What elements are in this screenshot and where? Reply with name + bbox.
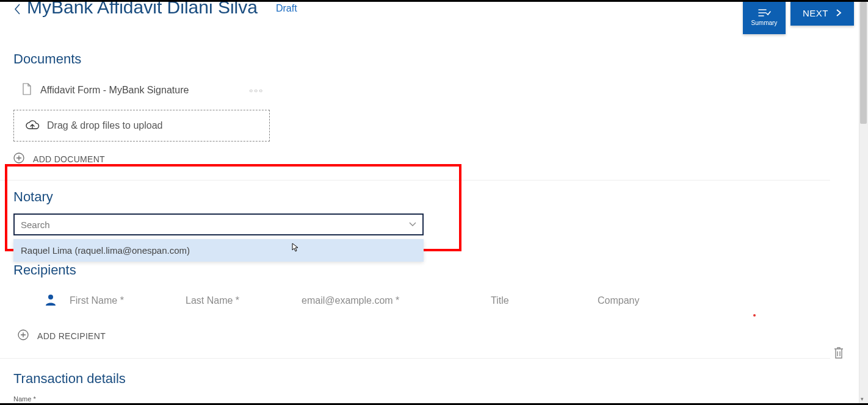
summary-label: Summary bbox=[751, 20, 778, 26]
notary-dropdown: Raquel Lima (raquel.lima@onespan.com) bbox=[13, 239, 424, 262]
cloud-upload-icon bbox=[25, 120, 40, 131]
scrollbar-down-icon[interactable]: ▾ bbox=[861, 396, 866, 402]
section-divider bbox=[0, 358, 830, 359]
file-icon bbox=[22, 83, 32, 98]
document-more-icon[interactable]: ○○○ bbox=[249, 87, 264, 94]
trash-icon[interactable] bbox=[833, 346, 845, 362]
person-icon bbox=[44, 293, 57, 309]
documents-heading: Documents bbox=[13, 51, 859, 67]
status-badge: Draft bbox=[276, 3, 297, 14]
scrollbar-thumb[interactable] bbox=[860, 2, 867, 124]
document-row[interactable]: Affidavit Form - MyBank Signature ○○○ bbox=[13, 78, 270, 102]
company-field[interactable]: Company bbox=[598, 295, 720, 306]
recipient-row: First Name * Last Name * email@example.c… bbox=[13, 293, 859, 309]
upload-dropzone[interactable]: Drag & drop files to upload bbox=[13, 110, 270, 142]
title-field[interactable]: Title bbox=[491, 295, 598, 306]
name-field-label: Name * bbox=[13, 395, 859, 403]
plus-circle-icon bbox=[13, 152, 24, 165]
notary-heading: Notary bbox=[13, 189, 859, 205]
red-dot-indicator bbox=[753, 314, 756, 317]
document-name: Affidavit Form - MyBank Signature bbox=[40, 85, 189, 96]
dropzone-hint: Drag & drop files to upload bbox=[47, 120, 162, 131]
last-name-field[interactable]: Last Name * bbox=[186, 295, 302, 306]
notary-option-label: Raquel Lima (raquel.lima@onespan.com) bbox=[21, 245, 190, 256]
notary-search-input[interactable]: Search bbox=[13, 213, 424, 235]
add-document-button[interactable]: ADD DOCUMENT bbox=[13, 152, 859, 165]
add-recipient-label: ADD RECIPIENT bbox=[37, 331, 106, 341]
scrollbar[interactable]: ▴ ▾ bbox=[859, 2, 868, 403]
cursor-icon bbox=[292, 243, 299, 254]
next-label: NEXT bbox=[803, 8, 828, 18]
recipients-heading: Recipients bbox=[13, 262, 859, 278]
chevron-right-icon bbox=[836, 9, 842, 17]
page-title: MyBank Affidavit Dilani Silva bbox=[27, 0, 258, 18]
add-recipient-button[interactable]: ADD RECIPIENT bbox=[18, 329, 859, 342]
search-placeholder: Search bbox=[21, 220, 50, 230]
next-button[interactable]: NEXT bbox=[790, 0, 854, 26]
summary-icon bbox=[758, 8, 771, 18]
section-divider bbox=[0, 180, 830, 181]
summary-button[interactable]: Summary bbox=[743, 0, 786, 34]
plus-circle-icon bbox=[18, 329, 29, 342]
chevron-down-icon bbox=[409, 220, 416, 229]
email-field[interactable]: email@example.com * bbox=[302, 295, 491, 306]
back-chevron-icon[interactable] bbox=[13, 3, 21, 19]
svg-point-1 bbox=[48, 295, 53, 299]
add-document-label: ADD DOCUMENT bbox=[33, 154, 105, 164]
notary-option[interactable]: Raquel Lima (raquel.lima@onespan.com) bbox=[13, 239, 424, 262]
first-name-field[interactable]: First Name * bbox=[70, 295, 186, 306]
transaction-details-heading: Transaction details bbox=[13, 371, 859, 387]
